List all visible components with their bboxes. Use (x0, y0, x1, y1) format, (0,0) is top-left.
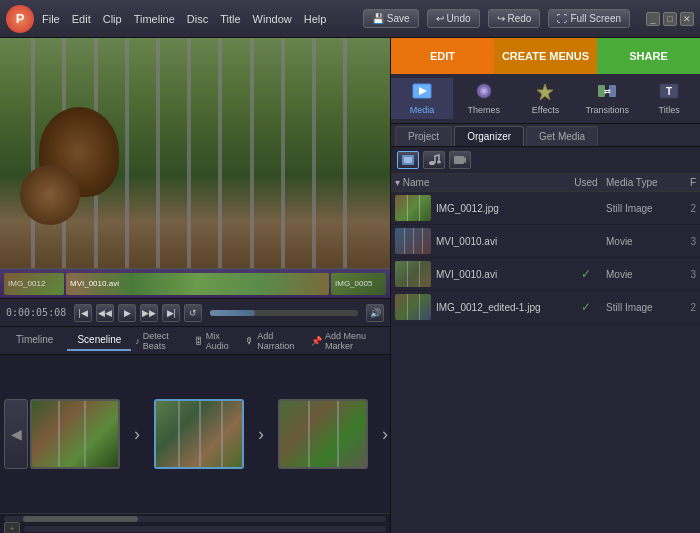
progress-fill (210, 310, 254, 316)
go-end-button[interactable]: ▶| (162, 304, 180, 322)
save-label: Save (387, 13, 410, 24)
right-panel: EDIT CREATE MENUS SHARE Media (390, 38, 700, 533)
menu-clip[interactable]: Clip (103, 13, 122, 25)
media-tool[interactable]: Media (391, 78, 453, 119)
beat-controls: ♪ Detect Beats 🎛 Mix Audio 🎙 Add Narrati… (135, 331, 384, 351)
media-thumb-3 (395, 261, 431, 287)
create-menus-tab[interactable]: CREATE MENUS (494, 38, 597, 74)
transitions-tool[interactable]: ⇄ Transitions (576, 78, 638, 119)
detect-beats-label: Detect Beats (143, 331, 186, 351)
scene-clip-1[interactable] (30, 399, 120, 469)
menu-help[interactable]: Help (304, 13, 327, 25)
themes-label: Themes (467, 105, 500, 115)
h-scrollbar (0, 513, 390, 523)
titles-tool[interactable]: T Titles (638, 78, 700, 119)
redo-label: Redo (508, 13, 532, 24)
media-list-header: ▾ Name Used Media Type F (391, 174, 700, 192)
media-item-2[interactable]: MVI_0010.avi Movie 3 (391, 225, 700, 258)
timeline-tab[interactable]: Timeline (6, 330, 63, 351)
toolbar-right: 💾 Save ↩ Undo ↪ Redo ⛶ Full Screen _ □ ✕ (363, 9, 694, 28)
menu-window[interactable]: Window (253, 13, 292, 25)
timeline-clip-video[interactable]: MVI_0010.avi (66, 273, 329, 295)
media-item-1[interactable]: IMG_0012.jpg Still Image 2 (391, 192, 700, 225)
filter-video-button[interactable] (449, 151, 471, 169)
share-tab-label: SHARE (629, 50, 668, 62)
scene-clip-2[interactable] (154, 399, 244, 469)
media-num-4: 2 (676, 302, 696, 313)
step-back-button[interactable]: ◀◀ (96, 304, 114, 322)
media-num-1: 2 (676, 203, 696, 214)
menu-file[interactable]: File (42, 13, 60, 25)
media-item-3[interactable]: MVI_0010.avi ✓ Movie 3 (391, 258, 700, 291)
media-item-4[interactable]: IMG_0012_edited-1.jpg ✓ Still Image 2 (391, 291, 700, 324)
scrollbar-thumb[interactable] (23, 516, 138, 522)
second-scrollbar[interactable] (24, 526, 386, 532)
timeline-clip-img2[interactable]: IMG_0005 (331, 273, 386, 295)
save-button[interactable]: 💾 Save (363, 9, 419, 28)
menu-edit[interactable]: Edit (72, 13, 91, 25)
scene-clip-3-thumb (280, 401, 366, 467)
maximize-button[interactable]: □ (663, 12, 677, 26)
share-tab[interactable]: SHARE (597, 38, 700, 74)
used-column-header[interactable]: Used (566, 177, 606, 188)
detect-beats-button[interactable]: ♪ Detect Beats (135, 331, 185, 351)
edit-tab-label: EDIT (430, 50, 455, 62)
sceneline-tab[interactable]: Sceneline (67, 330, 131, 351)
menu-timeline[interactable]: Timeline (134, 13, 175, 25)
scene-clip-3[interactable] (278, 399, 368, 469)
media-list: IMG_0012.jpg Still Image 2 MVI_0010.avi … (391, 192, 700, 533)
clip2-label: IMG_0005 (335, 279, 372, 288)
timeline-clip-img1[interactable]: IMG_0012 (4, 273, 64, 295)
type-column-header[interactable]: Media Type (606, 177, 676, 188)
media-name-3: MVI_0010.avi (436, 269, 566, 280)
sceneline-prev[interactable]: ◀ (4, 399, 28, 469)
expand-button[interactable]: + (4, 522, 20, 534)
edit-tab[interactable]: EDIT (391, 38, 494, 74)
arrow-1: › (122, 419, 152, 449)
organizer-tab[interactable]: Organizer (454, 126, 524, 146)
effects-tool[interactable]: Effects (515, 78, 577, 119)
menu-disc[interactable]: Disc (187, 13, 208, 25)
filter-all-button[interactable] (397, 151, 419, 169)
volume-button[interactable]: 🔊 (366, 304, 384, 322)
play-button[interactable]: ▶ (118, 304, 136, 322)
scrollbar-track[interactable] (4, 516, 386, 522)
fullscreen-button[interactable]: ⛶ Full Screen (548, 9, 630, 28)
preview-frame (0, 38, 390, 268)
media-name-4: IMG_0012_edited-1.jpg (436, 302, 566, 313)
undo-label: Undo (447, 13, 471, 24)
media-type-2: Movie (606, 236, 676, 247)
arrow-3: › (370, 419, 390, 449)
tool-icons-bar: Media Themes Effects (391, 74, 700, 124)
media-filters (391, 147, 700, 174)
filter-audio-button[interactable] (423, 151, 445, 169)
svg-point-14 (437, 161, 441, 164)
fullscreen-label: Full Screen (570, 13, 621, 24)
close-button[interactable]: ✕ (680, 12, 694, 26)
loop-button[interactable]: ↺ (184, 304, 202, 322)
add-narration-button[interactable]: 🎙 Add Narration (245, 331, 303, 351)
project-tab[interactable]: Project (395, 126, 452, 146)
media-name-1: IMG_0012.jpg (436, 203, 566, 214)
step-forward-button[interactable]: ▶▶ (140, 304, 158, 322)
minimize-button[interactable]: _ (646, 12, 660, 26)
tab-bar: Timeline Sceneline ♪ Detect Beats 🎛 Mix … (0, 326, 390, 354)
redo-button[interactable]: ↪ Redo (488, 9, 541, 28)
save-icon: 💾 (372, 13, 384, 24)
name-column-header[interactable]: ▾ Name (395, 177, 566, 188)
themes-tool[interactable]: Themes (453, 78, 515, 119)
add-menu-marker-button[interactable]: 📌 Add Menu Marker (311, 331, 384, 351)
undo-button[interactable]: ↩ Undo (427, 9, 480, 28)
music-icon: ♪ (135, 336, 140, 346)
get-media-tab[interactable]: Get Media (526, 126, 598, 146)
menu-title[interactable]: Title (220, 13, 240, 25)
go-start-button[interactable]: |◀ (74, 304, 92, 322)
mix-audio-button[interactable]: 🎛 Mix Audio (194, 331, 238, 351)
bottom-row: + (0, 523, 390, 533)
effects-label: Effects (532, 105, 559, 115)
progress-bar[interactable] (210, 310, 358, 316)
redo-icon: ↪ (497, 13, 505, 24)
clip1-label: IMG_0012 (8, 279, 45, 288)
mix-icon: 🎛 (194, 336, 203, 346)
left-panel: IMG_0012 MVI_0010.avi IMG_0005 0:00:05:0… (0, 38, 390, 533)
